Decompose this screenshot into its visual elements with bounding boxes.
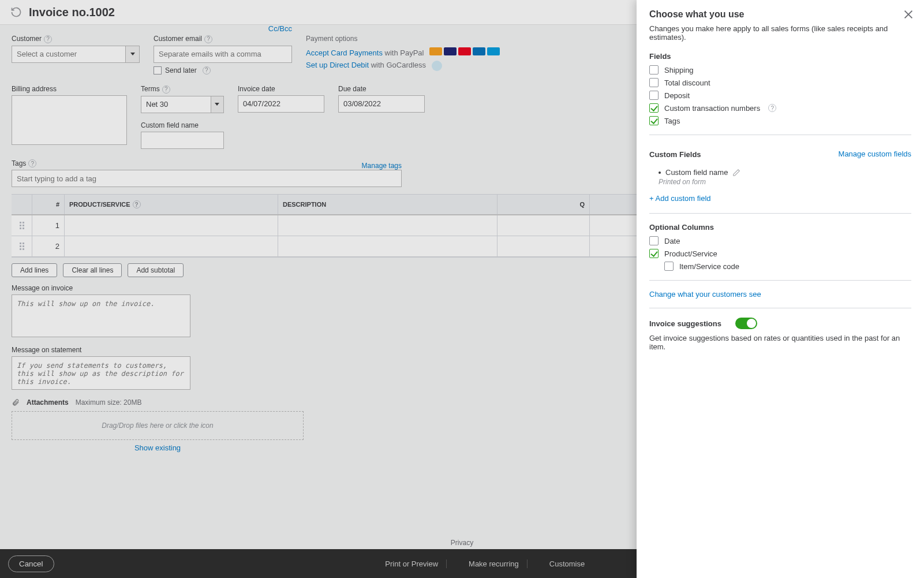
pencil-icon[interactable] [732,169,740,177]
change-customers-link[interactable]: Change what your customers see [649,290,761,299]
opt-item-code-label: Item/Service code [679,262,739,271]
add-custom-field-link[interactable]: + Add custom field [649,194,711,203]
field-tags-label: Tags [664,117,680,125]
custom-field-item: Custom field name [665,168,728,177]
settings-drawer: Choose what you use Changes you make her… [637,0,924,578]
invoice-suggestions-toggle[interactable] [735,318,757,329]
help-icon[interactable]: ? [768,104,776,112]
field-total-discount-checkbox[interactable] [649,78,659,87]
field-tags-checkbox[interactable] [649,116,659,125]
opt-product-checkbox[interactable] [649,249,659,258]
fields-section-title: Fields [649,52,911,61]
field-total-discount-label: Total discount [664,79,710,87]
bullet-icon [659,171,661,174]
drawer-title: Choose what you use [649,9,911,20]
custom-field-sub: Printed on form [659,178,911,186]
opt-product-label: Product/Service [664,249,717,258]
field-custom-txn-checkbox[interactable] [649,103,659,113]
manage-custom-fields-link[interactable]: Manage custom fields [839,150,911,158]
optional-columns-title: Optional Columns [649,223,911,232]
field-deposit-label: Deposit [664,91,690,100]
opt-date-label: Date [664,237,680,245]
drawer-subtitle: Changes you make here apply to all sales… [649,24,911,42]
field-shipping-label: Shipping [664,66,694,74]
close-icon[interactable] [902,8,915,21]
invoice-suggestions-title: Invoice suggestions [649,319,721,328]
opt-date-checkbox[interactable] [649,236,659,245]
field-shipping-checkbox[interactable] [649,65,659,74]
opt-item-code-checkbox[interactable] [664,262,674,271]
field-custom-txn-label: Custom transaction numbers [664,104,760,113]
field-deposit-checkbox[interactable] [649,91,659,100]
custom-fields-title: Custom Fields [649,150,701,159]
invoice-suggestions-note: Get invoice suggestions based on rates o… [649,334,911,351]
